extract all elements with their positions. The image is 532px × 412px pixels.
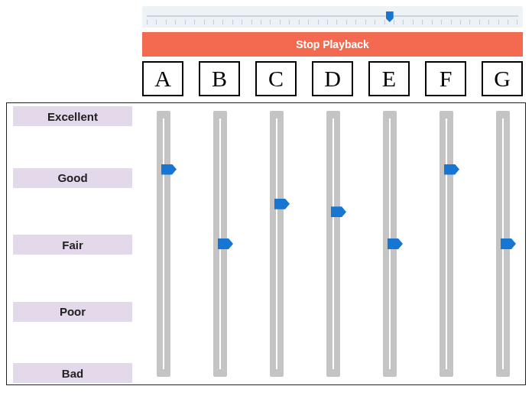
- column-button-a[interactable]: A: [142, 61, 183, 96]
- rating-slider-rail: [440, 111, 453, 377]
- rating-slider-inner-line: [163, 118, 164, 369]
- column-button-e[interactable]: E: [368, 61, 410, 96]
- playback-slider-ticks: [147, 20, 518, 24]
- rating-slider-rail: [326, 111, 340, 377]
- rating-slider-thumb[interactable]: [331, 206, 346, 217]
- rating-slider-rail: [157, 111, 170, 377]
- rating-slider-rail: [213, 111, 227, 377]
- rating-slider-f[interactable]: [426, 111, 467, 377]
- rating-slider-thumb[interactable]: [218, 238, 233, 249]
- column-button-c[interactable]: C: [255, 61, 297, 96]
- playback-slider-track: [147, 15, 518, 17]
- rating-slider-a[interactable]: [143, 111, 184, 377]
- rating-slider-thumb[interactable]: [501, 238, 516, 249]
- rating-slider-thumb[interactable]: [274, 199, 290, 209]
- rating-slider-inner-line: [446, 118, 447, 369]
- rating-band-bad: Bad: [13, 363, 132, 383]
- column-button-d[interactable]: D: [312, 61, 353, 96]
- rating-band-excellent: Excellent: [13, 106, 132, 126]
- rating-slider-g[interactable]: [482, 111, 524, 377]
- rating-slider-inner-line: [332, 118, 334, 369]
- rating-area: ExcellentGoodFairPoorBad: [6, 102, 526, 385]
- rating-slider-thumb[interactable]: [444, 164, 459, 175]
- rating-slider-rail: [496, 111, 510, 377]
- rating-slider-thumb[interactable]: [388, 238, 403, 249]
- stop-playback-button[interactable]: Stop Playback: [142, 32, 523, 57]
- column-button-b[interactable]: B: [199, 61, 240, 96]
- rating-slider-d[interactable]: [313, 111, 354, 377]
- playback-slider[interactable]: [142, 6, 523, 28]
- rating-band-fair: Fair: [13, 235, 132, 255]
- column-button-g[interactable]: G: [482, 61, 523, 96]
- rating-slider-e[interactable]: [369, 111, 410, 377]
- rating-slider-rail: [383, 111, 397, 377]
- column-buttons-row: ABCDEFG: [142, 61, 523, 96]
- rating-slider-inner-line: [276, 118, 277, 369]
- rating-slider-c[interactable]: [256, 111, 297, 377]
- rating-slider-thumb[interactable]: [161, 164, 177, 175]
- rating-band-good: Good: [13, 168, 132, 188]
- rating-sliders: [143, 111, 524, 377]
- rating-slider-rail: [270, 111, 284, 377]
- rating-slider-b[interactable]: [200, 111, 241, 377]
- rating-band-poor: Poor: [13, 302, 132, 322]
- column-button-f[interactable]: F: [425, 61, 466, 96]
